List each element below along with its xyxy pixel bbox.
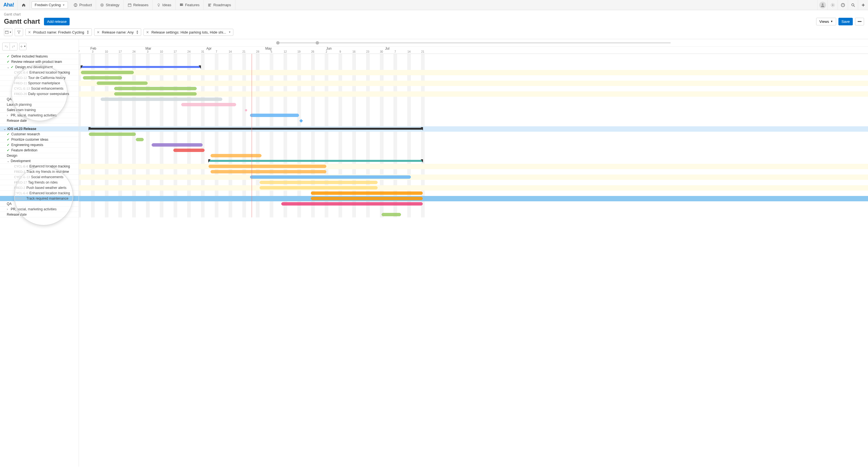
views-button[interactable]: Views▼ [816, 18, 836, 25]
gantt-row[interactable] [0, 123, 79, 126]
gantt-bar[interactable] [97, 82, 148, 85]
gantt-row[interactable]: CYCL-E-13Social enhancements [0, 175, 79, 180]
avatar[interactable] [817, 0, 828, 10]
gantt-bar-row[interactable] [79, 118, 868, 123]
gantt-bar[interactable] [81, 71, 134, 74]
gantt-settings-button[interactable]: ▼ [19, 43, 27, 50]
filter-settings[interactable]: ✕Release settings: Hide parking lots, Hi… [144, 29, 234, 36]
home-icon[interactable] [18, 0, 30, 10]
milestone-dot[interactable] [245, 109, 247, 111]
gantt-bar[interactable] [209, 160, 423, 162]
nav-ideas[interactable]: Ideas [153, 0, 176, 10]
gantt-bar-row[interactable] [79, 137, 868, 142]
gantt-row[interactable]: ✔Feature definition [0, 148, 79, 153]
gantt-bar[interactable] [250, 114, 299, 117]
filter-icon-button[interactable] [14, 28, 23, 36]
gantt-bar[interactable] [381, 213, 401, 216]
filter-release[interactable]: ✕Release name: Any▲▼ [94, 28, 142, 36]
gantt-bar[interactable] [250, 175, 411, 179]
remove-icon[interactable]: ✕ [146, 30, 149, 34]
gantt-row[interactable]: Design [0, 153, 79, 158]
gantt-bar-row[interactable] [79, 148, 868, 153]
gantt-row[interactable]: ✔Prioritize customer ideas [0, 137, 79, 142]
redo-button[interactable] [10, 43, 17, 50]
plus-icon[interactable] [858, 0, 868, 10]
gantt-bar[interactable] [114, 92, 197, 95]
gantt-bar[interactable] [173, 149, 205, 152]
gantt-bar[interactable] [281, 202, 423, 206]
gantt-row[interactable]: Release date [0, 118, 79, 123]
gantt-row[interactable]: ›PR, social, marketing activities [0, 207, 79, 212]
milestone-diamond[interactable] [299, 119, 303, 123]
gantt-bar[interactable] [83, 76, 122, 80]
gantt-row[interactable]: ✔Define included features [0, 54, 79, 59]
gantt-bar[interactable] [209, 165, 327, 168]
chevron-icon[interactable]: ⌄ [7, 159, 9, 163]
gantt-bar[interactable] [114, 87, 197, 90]
gantt-bar-row[interactable] [79, 70, 868, 75]
gantt-row[interactable]: Sales team training [0, 108, 79, 113]
gantt-grid[interactable] [79, 54, 868, 217]
nav-releases[interactable]: Releases [124, 0, 153, 10]
chevron-icon[interactable]: › [7, 113, 9, 117]
gantt-row[interactable]: CYCL-E-6Enhanced location tracking [0, 164, 79, 169]
nav-features[interactable]: Features [176, 0, 204, 10]
gantt-bar[interactable] [136, 138, 144, 141]
gantt-bar[interactable] [259, 186, 377, 189]
gantt-bar-row[interactable] [79, 201, 868, 207]
gantt-bar-row[interactable] [79, 196, 868, 201]
gantt-bar-row[interactable] [79, 86, 868, 91]
gantt-bar-row[interactable] [79, 185, 868, 190]
gantt-row[interactable]: QA [0, 97, 79, 102]
zoom-slider[interactable] [79, 39, 868, 47]
gantt-bar-row[interactable] [79, 175, 868, 180]
gantt-row[interactable]: FRED-2Push based weather alerts [0, 185, 79, 190]
undo-button[interactable] [3, 43, 10, 50]
gantt-bar[interactable] [211, 154, 261, 157]
gantt-bar[interactable] [311, 197, 423, 200]
gantt-bar-row[interactable] [79, 169, 868, 175]
nav-roadmaps[interactable]: Roadmaps [204, 0, 235, 10]
gantt-bar[interactable] [89, 128, 423, 130]
more-button[interactable]: ••• [855, 18, 864, 25]
gantt-bar[interactable] [211, 170, 327, 173]
gantt-bar-row[interactable] [79, 64, 868, 70]
gantt-row[interactable]: ⌄Development [0, 158, 79, 164]
workspace-select[interactable]: Fredwin Cycling ▼ [32, 1, 68, 9]
gantt-timeline[interactable]: FebMarAprMayJunJul7310172431017243171421… [79, 39, 868, 467]
gantt-bar-row[interactable] [79, 132, 868, 137]
gantt-bar-row[interactable] [79, 91, 868, 97]
gantt-bar-row[interactable] [79, 75, 868, 81]
calendar-button[interactable]: ▼ [4, 28, 12, 36]
gantt-bar[interactable] [101, 97, 222, 101]
remove-icon[interactable]: ✕ [97, 30, 100, 34]
gantt-bar-row[interactable] [79, 164, 868, 169]
gantt-bar-row[interactable] [79, 81, 868, 86]
gantt-row[interactable]: CYCL-E-13Social enhancements [0, 86, 79, 91]
gantt-row[interactable]: ›PR, social, marketing activities [0, 113, 79, 118]
gantt-row[interactable]: ✔Customer research [0, 132, 79, 137]
gantt-row[interactable]: CYCL-E-6Enhanced location tracking [0, 190, 79, 196]
gantt-bar-row[interactable] [79, 54, 868, 59]
gantt-row[interactable]: ⌄iOS v4.23 Release [0, 126, 79, 132]
gantt-bar[interactable] [81, 66, 200, 68]
gantt-row[interactable]: FRED-20Daily sponsor sweepstakes [0, 91, 79, 97]
save-button[interactable]: Save [838, 18, 853, 25]
gantt-bar-row[interactable] [79, 123, 868, 126]
gantt-bar-row[interactable] [79, 207, 868, 212]
gantt-bar[interactable] [89, 133, 136, 136]
add-release-button[interactable]: Add release [44, 18, 70, 25]
remove-icon[interactable]: ✕ [28, 30, 31, 34]
gantt-row[interactable]: FRED-17Tag friends on rides [0, 180, 79, 185]
gantt-bar-row[interactable] [79, 97, 868, 102]
gantt-bar-row[interactable] [79, 102, 868, 108]
gantt-row[interactable]: ✔Review release with product team [0, 59, 79, 64]
gantt-bar-row[interactable] [79, 113, 868, 118]
filter-product[interactable]: ✕Product name: Fredwin Cycling▲▼ [25, 28, 92, 36]
gantt-row[interactable]: Release date [0, 212, 79, 217]
gantt-bar-row[interactable] [79, 108, 868, 113]
gantt-row[interactable]: FRED-11Sponsor marketplace [0, 81, 79, 86]
gantt-row[interactable]: ⌄✔Design and development [0, 64, 79, 70]
gantt-bar-row[interactable] [79, 190, 868, 196]
chevron-icon[interactable]: ⌄ [3, 127, 6, 131]
